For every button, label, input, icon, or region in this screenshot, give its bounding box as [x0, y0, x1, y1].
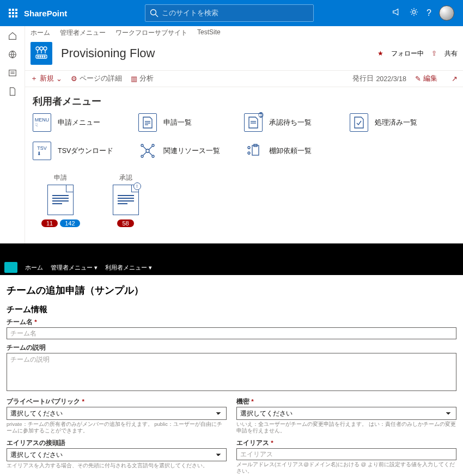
- menu-processed[interactable]: 処理済み一覧: [350, 113, 455, 132]
- privacy-select[interactable]: 選択してください: [7, 407, 227, 420]
- tile-card-icon: [47, 185, 74, 215]
- site-logo-small: [4, 262, 17, 273]
- alias-prefix-label: エイリアスの接頭語: [7, 439, 227, 447]
- svg-line-10: [156, 15, 159, 17]
- page-details-button[interactable]: ⚙ ページの詳細: [71, 74, 122, 83]
- search-icon: [150, 9, 159, 17]
- svg-point-20: [38, 56, 39, 57]
- share-button[interactable]: 共有: [444, 49, 458, 58]
- crumb-home[interactable]: ホーム: [25, 264, 43, 272]
- section-title: 利用者メニュー: [25, 87, 463, 113]
- share-icon: ⇪: [431, 50, 437, 57]
- svg-rect-7: [12, 15, 14, 17]
- gear-icon: ⚙: [71, 75, 77, 83]
- svg-rect-1: [12, 9, 14, 11]
- team-desc-input[interactable]: [7, 353, 456, 391]
- svg-rect-0: [9, 9, 11, 11]
- svg-point-32: [141, 155, 143, 157]
- alias-prefix-select[interactable]: 選択してください: [7, 448, 227, 461]
- form-title: チームの追加申請（サンプル）: [7, 284, 456, 297]
- svg-point-11: [412, 10, 415, 13]
- crumb-user-menu[interactable]: 利用者メニュー ▾: [105, 264, 152, 272]
- pencil-icon: ✎: [415, 75, 421, 83]
- form-section: チーム情報: [7, 304, 456, 315]
- svg-point-22: [42, 56, 43, 57]
- search-input[interactable]: このサイトを検索: [145, 4, 314, 22]
- svg-rect-8: [15, 15, 17, 17]
- news-icon[interactable]: [7, 68, 18, 78]
- edit-button[interactable]: ✎ 編集: [415, 74, 437, 83]
- svg-rect-5: [15, 12, 17, 14]
- megaphone-icon[interactable]: [392, 7, 401, 19]
- alert-icon: !: [133, 182, 141, 190]
- published-date: 2022/3/18: [376, 75, 406, 83]
- svg-point-17: [40, 47, 43, 50]
- star-icon: ★: [377, 50, 383, 57]
- expand-icon[interactable]: ↗: [452, 75, 458, 83]
- chevron-down-icon: ⌄: [56, 75, 62, 83]
- svg-point-21: [40, 56, 41, 57]
- new-button[interactable]: ＋ 新規 ⌄: [31, 74, 62, 83]
- svg-rect-3: [9, 12, 11, 14]
- doc-alert-icon: ⓵: [244, 113, 263, 132]
- secret-select[interactable]: 選択してください: [236, 407, 456, 420]
- search-placeholder: このサイトを検索: [162, 8, 218, 18]
- team-desc-label: チームの説明: [7, 344, 456, 352]
- alias-input[interactable]: [236, 448, 456, 460]
- svg-point-9: [151, 10, 156, 15]
- privacy-help: private：チームの所有者のみがメンバーの追加を行えます。 public：ユ…: [7, 421, 227, 435]
- svg-rect-2: [15, 9, 17, 11]
- secret-label: 機密 *: [236, 398, 456, 406]
- alias-prefix-help: エイリアスを入力する場合、その先頭に付与される文言語句を選択してください。: [7, 462, 227, 469]
- published-label: 発行日: [352, 74, 374, 83]
- svg-line-36: [143, 152, 147, 155]
- network-icon: [138, 142, 157, 160]
- menu-apply-list[interactable]: 申請一覧: [138, 113, 244, 132]
- alias-help: メールアドレス(エイリアス@ドメイン名)における @ より前に設定する値を入力し…: [236, 461, 456, 475]
- team-name-input[interactable]: [7, 327, 456, 339]
- team-name-label: チーム名 *: [7, 318, 456, 326]
- menu-icon: MENU☟: [33, 113, 51, 132]
- menu-inventory[interactable]: 棚卸依頼一覧: [244, 142, 350, 160]
- tile-card-icon: !: [113, 185, 139, 215]
- home-icon[interactable]: [7, 30, 18, 41]
- svg-rect-13: [9, 70, 16, 76]
- crumb-testsite[interactable]: TestSite: [197, 28, 221, 38]
- svg-point-23: [44, 56, 45, 57]
- file-icon[interactable]: [7, 86, 18, 97]
- menu-apply[interactable]: MENU☟申請メニュー: [33, 113, 138, 132]
- secret-help: いいえ：全ユーザーがチームの変更申請を行えます。 はい：責任者のみしかチームの変…: [236, 421, 456, 435]
- avatar[interactable]: [439, 5, 454, 21]
- svg-point-18: [44, 47, 47, 50]
- page-title: Provisioning Flow: [61, 46, 155, 60]
- crumb-home[interactable]: ホーム: [31, 28, 50, 38]
- crumb-admin[interactable]: 管理者メニュー: [60, 28, 106, 38]
- badge: 142: [60, 219, 80, 227]
- svg-point-30: [141, 144, 143, 147]
- gear-icon[interactable]: [409, 7, 419, 19]
- chart-icon: ▥: [131, 75, 137, 83]
- menu-tsv[interactable]: TSV⬇TSVダウンロード: [33, 142, 138, 160]
- plus-icon: ＋: [31, 74, 38, 83]
- badge: 11: [41, 219, 58, 227]
- analytics-button[interactable]: ▥ 分析: [131, 74, 154, 83]
- svg-rect-38: [252, 145, 259, 155]
- clipboard-icon: [244, 142, 263, 160]
- follow-button[interactable]: フォロー中: [391, 49, 424, 58]
- tile-approve[interactable]: 承認 ! 58: [113, 173, 139, 227]
- svg-point-33: [152, 155, 154, 157]
- crumb-admin-menu[interactable]: 管理者メニュー ▾: [51, 264, 98, 272]
- tile-apply[interactable]: 申請 11 142: [41, 173, 80, 227]
- help-icon[interactable]: ?: [427, 8, 431, 18]
- svg-line-34: [143, 147, 147, 150]
- crumb-workflow[interactable]: ワークフローサブサイト: [115, 28, 187, 38]
- menu-resources[interactable]: 関連リソース一覧: [138, 142, 244, 160]
- breadcrumb: ホーム 管理者メニュー ワークフローサブサイト TestSite: [25, 26, 463, 40]
- menu-approve-wait[interactable]: ⓵承認待ち一覧: [244, 113, 350, 132]
- alias-label: エイリアス *: [236, 439, 456, 447]
- tsv-icon: TSV⬇: [33, 142, 51, 160]
- globe-icon[interactable]: [7, 49, 18, 60]
- badge: 58: [117, 219, 133, 227]
- svg-rect-6: [9, 15, 11, 17]
- app-launcher-icon[interactable]: [4, 4, 22, 22]
